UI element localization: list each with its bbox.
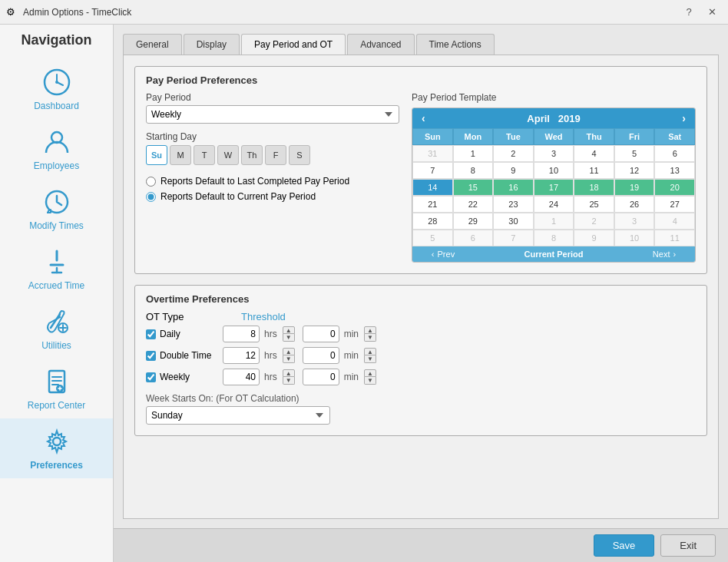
cal-cell[interactable]: 26 bbox=[614, 196, 655, 213]
sidebar-item-dashboard[interactable]: Dashboard bbox=[0, 59, 113, 119]
cal-cell[interactable]: 16 bbox=[493, 179, 534, 196]
cal-cell[interactable]: 23 bbox=[493, 196, 534, 213]
calendar-template-label: Pay Period Template bbox=[412, 92, 696, 103]
cal-cell[interactable]: 17 bbox=[534, 179, 574, 196]
cal-cell[interactable]: 19 bbox=[614, 179, 655, 196]
cal-cell[interactable]: 28 bbox=[412, 213, 453, 230]
radio-current-period[interactable]: Reports Default to Current Pay Period bbox=[146, 191, 399, 202]
cal-cell[interactable]: 22 bbox=[453, 196, 494, 213]
tab-display[interactable]: Display bbox=[184, 34, 240, 55]
cal-cell[interactable]: 11 bbox=[574, 162, 614, 179]
cal-cell[interactable]: 5 bbox=[614, 145, 655, 162]
ot-spinner-up-weekly-hrs[interactable]: ▲ bbox=[283, 369, 295, 377]
pay-period-left: Pay Period Weekly Bi-Weekly Semi-Monthly… bbox=[146, 92, 399, 263]
cal-cell[interactable]: 25 bbox=[574, 196, 614, 213]
close-button[interactable]: ✕ bbox=[702, 4, 722, 21]
cal-cell[interactable]: 1 bbox=[453, 145, 494, 162]
day-btn-t[interactable]: T bbox=[194, 145, 215, 165]
ot-spinner-down-double-hrs[interactable]: ▼ bbox=[283, 355, 295, 363]
cal-cell[interactable]: 3 bbox=[534, 145, 574, 162]
cal-cell[interactable]: 1 bbox=[534, 213, 574, 230]
ot-spinner-up-daily-min[interactable]: ▲ bbox=[364, 326, 376, 334]
ot-input-daily-hrs[interactable] bbox=[223, 326, 260, 342]
cal-cell[interactable]: 15 bbox=[453, 179, 494, 196]
cal-cell[interactable]: 6 bbox=[453, 230, 494, 246]
cal-cell[interactable]: 9 bbox=[493, 162, 534, 179]
calendar-next-month-btn[interactable]: › bbox=[679, 112, 689, 124]
help-button[interactable]: ? bbox=[679, 4, 699, 21]
ot-spinner-up-double-min[interactable]: ▲ bbox=[364, 348, 376, 355]
ot-spinner-up-weekly-min[interactable]: ▲ bbox=[364, 369, 376, 377]
ot-checkbox-double-time[interactable] bbox=[146, 351, 156, 361]
day-btn-w[interactable]: W bbox=[217, 145, 239, 165]
ot-spinner-down-daily-hrs[interactable]: ▼ bbox=[283, 334, 295, 342]
tab-time-actions[interactable]: Time Actions bbox=[416, 34, 495, 55]
sidebar-item-preferences[interactable]: Preferences bbox=[0, 418, 113, 478]
cal-cell[interactable]: 21 bbox=[412, 196, 453, 213]
ot-checkbox-daily[interactable] bbox=[146, 329, 156, 339]
day-btn-s[interactable]: S bbox=[289, 145, 310, 165]
week-starts-select[interactable]: Sunday Monday Tuesday Wednesday Thursday… bbox=[146, 406, 330, 425]
cal-cell[interactable]: 10 bbox=[534, 162, 574, 179]
cal-cell[interactable]: 2 bbox=[493, 145, 534, 162]
cal-cell[interactable]: 7 bbox=[493, 230, 534, 246]
save-button[interactable]: Save bbox=[594, 534, 655, 557]
sidebar-item-report-center[interactable]: Report Center bbox=[0, 359, 113, 418]
calendar-prev-period-btn[interactable]: ‹ Prev bbox=[412, 246, 474, 262]
exit-button[interactable]: Exit bbox=[660, 534, 716, 557]
ot-row-double-time: Double Time hrs ▲ ▼ min bbox=[146, 347, 696, 364]
cal-cell[interactable]: 13 bbox=[654, 162, 695, 179]
cal-cell[interactable]: 10 bbox=[614, 230, 655, 246]
ot-spinner-down-daily-min[interactable]: ▼ bbox=[364, 334, 376, 342]
tab-pay-period-ot[interactable]: Pay Period and OT bbox=[241, 34, 346, 55]
sidebar-item-modify-times[interactable]: Modify Times bbox=[0, 179, 113, 239]
cal-cell[interactable]: 2 bbox=[574, 213, 614, 230]
ot-spinner-down-weekly-min[interactable]: ▼ bbox=[364, 377, 376, 385]
sidebar-item-accrued-time[interactable]: Accrued Time bbox=[0, 239, 113, 299]
radio-last-completed[interactable]: Reports Default to Last Completed Pay Pe… bbox=[146, 176, 399, 187]
cal-cell[interactable]: 3 bbox=[614, 213, 655, 230]
ot-input-weekly-hrs[interactable] bbox=[223, 369, 260, 385]
cal-cell[interactable]: 20 bbox=[654, 179, 695, 196]
pay-period-select[interactable]: Weekly Bi-Weekly Semi-Monthly Monthly bbox=[146, 105, 399, 124]
ot-input-double-hrs[interactable] bbox=[223, 347, 260, 364]
cal-cell[interactable]: 7 bbox=[412, 162, 453, 179]
cal-cell[interactable]: 11 bbox=[654, 230, 695, 246]
day-btn-th[interactable]: Th bbox=[241, 145, 263, 165]
calendar-next-period-btn[interactable]: Next › bbox=[634, 246, 695, 262]
tab-advanced[interactable]: Advanced bbox=[347, 34, 414, 55]
app-icon: ⚙ bbox=[6, 6, 18, 18]
sidebar-item-utilities[interactable]: Utilities bbox=[0, 299, 113, 359]
cal-cell-today[interactable]: 14 bbox=[412, 179, 453, 196]
cal-cell[interactable]: 24 bbox=[534, 196, 574, 213]
cal-cell[interactable]: 9 bbox=[574, 230, 614, 246]
cal-cell[interactable]: 30 bbox=[493, 213, 534, 230]
tab-general[interactable]: General bbox=[123, 34, 182, 55]
cal-cell[interactable]: 12 bbox=[614, 162, 655, 179]
ot-spinner-down-double-min[interactable]: ▼ bbox=[364, 355, 376, 363]
cal-cell[interactable]: 8 bbox=[453, 162, 494, 179]
cal-cell[interactable]: 18 bbox=[574, 179, 614, 196]
cal-cell[interactable]: 27 bbox=[654, 196, 695, 213]
sidebar-item-employees[interactable]: Employees bbox=[0, 119, 113, 179]
ot-input-weekly-min[interactable] bbox=[303, 369, 339, 385]
cal-cell[interactable]: 4 bbox=[654, 213, 695, 230]
day-btn-su[interactable]: Su bbox=[146, 145, 167, 165]
cal-cell[interactable]: 5 bbox=[412, 230, 453, 246]
ot-checkbox-weekly[interactable] bbox=[146, 372, 156, 382]
cal-cell[interactable]: 8 bbox=[534, 230, 574, 246]
ot-spinner-down-weekly-hrs[interactable]: ▼ bbox=[283, 377, 295, 385]
cal-cell[interactable]: 6 bbox=[654, 145, 695, 162]
cal-cell[interactable]: 4 bbox=[574, 145, 614, 162]
ot-spinner-up-daily-hrs[interactable]: ▲ bbox=[283, 326, 295, 334]
cal-cell[interactable]: 31 bbox=[412, 145, 453, 162]
ot-spinner-up-double-hrs[interactable]: ▲ bbox=[283, 348, 295, 355]
ot-input-double-min[interactable] bbox=[303, 347, 339, 364]
day-btn-m[interactable]: M bbox=[170, 145, 191, 165]
settings-panel: Pay Period Preferences Pay Period Weekly… bbox=[123, 55, 719, 519]
ot-input-daily-min[interactable] bbox=[303, 326, 339, 342]
calendar-prev-month-btn[interactable]: ‹ bbox=[419, 112, 429, 124]
sidebar-label-report-center: Report Center bbox=[28, 400, 85, 411]
day-btn-f[interactable]: F bbox=[265, 145, 286, 165]
cal-cell[interactable]: 29 bbox=[453, 213, 494, 230]
